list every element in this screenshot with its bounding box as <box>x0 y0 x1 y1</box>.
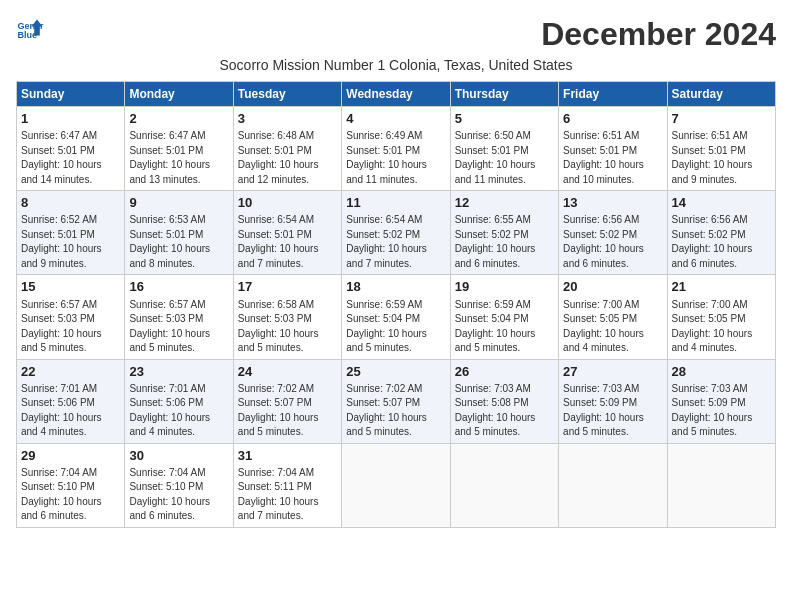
day-info: Sunrise: 7:04 AMSunset: 5:10 PMDaylight:… <box>129 466 228 524</box>
day-number: 27 <box>563 363 662 381</box>
day-info: Sunrise: 7:03 AMSunset: 5:09 PMDaylight:… <box>563 382 662 440</box>
day-info: Sunrise: 6:52 AMSunset: 5:01 PMDaylight:… <box>21 213 120 271</box>
day-number: 9 <box>129 194 228 212</box>
day-info: Sunrise: 6:50 AMSunset: 5:01 PMDaylight:… <box>455 129 554 187</box>
day-info: Sunrise: 6:47 AMSunset: 5:01 PMDaylight:… <box>21 129 120 187</box>
dow-saturday: Saturday <box>667 82 775 107</box>
calendar-cell: 18Sunrise: 6:59 AMSunset: 5:04 PMDayligh… <box>342 275 450 359</box>
day-number: 3 <box>238 110 337 128</box>
day-number: 17 <box>238 278 337 296</box>
day-number: 11 <box>346 194 445 212</box>
day-info: Sunrise: 7:00 AMSunset: 5:05 PMDaylight:… <box>563 298 662 356</box>
calendar-cell: 2Sunrise: 6:47 AMSunset: 5:01 PMDaylight… <box>125 107 233 191</box>
day-info: Sunrise: 7:03 AMSunset: 5:08 PMDaylight:… <box>455 382 554 440</box>
calendar-cell: 31Sunrise: 7:04 AMSunset: 5:11 PMDayligh… <box>233 443 341 527</box>
day-info: Sunrise: 6:59 AMSunset: 5:04 PMDaylight:… <box>455 298 554 356</box>
calendar-cell: 5Sunrise: 6:50 AMSunset: 5:01 PMDaylight… <box>450 107 558 191</box>
day-info: Sunrise: 6:56 AMSunset: 5:02 PMDaylight:… <box>672 213 771 271</box>
calendar-week-4: 22Sunrise: 7:01 AMSunset: 5:06 PMDayligh… <box>17 359 776 443</box>
calendar-cell: 22Sunrise: 7:01 AMSunset: 5:06 PMDayligh… <box>17 359 125 443</box>
day-info: Sunrise: 6:48 AMSunset: 5:01 PMDaylight:… <box>238 129 337 187</box>
day-info: Sunrise: 6:58 AMSunset: 5:03 PMDaylight:… <box>238 298 337 356</box>
day-number: 6 <box>563 110 662 128</box>
calendar-cell: 7Sunrise: 6:51 AMSunset: 5:01 PMDaylight… <box>667 107 775 191</box>
dow-sunday: Sunday <box>17 82 125 107</box>
calendar-cell: 15Sunrise: 6:57 AMSunset: 5:03 PMDayligh… <box>17 275 125 359</box>
calendar-cell: 13Sunrise: 6:56 AMSunset: 5:02 PMDayligh… <box>559 191 667 275</box>
calendar-cell: 6Sunrise: 6:51 AMSunset: 5:01 PMDaylight… <box>559 107 667 191</box>
dow-friday: Friday <box>559 82 667 107</box>
calendar-cell: 3Sunrise: 6:48 AMSunset: 5:01 PMDaylight… <box>233 107 341 191</box>
calendar-cell: 10Sunrise: 6:54 AMSunset: 5:01 PMDayligh… <box>233 191 341 275</box>
calendar-cell: 24Sunrise: 7:02 AMSunset: 5:07 PMDayligh… <box>233 359 341 443</box>
day-number: 5 <box>455 110 554 128</box>
day-info: Sunrise: 6:57 AMSunset: 5:03 PMDaylight:… <box>129 298 228 356</box>
day-number: 15 <box>21 278 120 296</box>
calendar-cell: 4Sunrise: 6:49 AMSunset: 5:01 PMDaylight… <box>342 107 450 191</box>
day-number: 31 <box>238 447 337 465</box>
calendar-cell: 29Sunrise: 7:04 AMSunset: 5:10 PMDayligh… <box>17 443 125 527</box>
day-info: Sunrise: 7:02 AMSunset: 5:07 PMDaylight:… <box>238 382 337 440</box>
day-number: 1 <box>21 110 120 128</box>
day-number: 25 <box>346 363 445 381</box>
day-info: Sunrise: 6:51 AMSunset: 5:01 PMDaylight:… <box>563 129 662 187</box>
days-of-week-header: SundayMondayTuesdayWednesdayThursdayFrid… <box>17 82 776 107</box>
calendar-cell: 26Sunrise: 7:03 AMSunset: 5:08 PMDayligh… <box>450 359 558 443</box>
calendar-cell <box>450 443 558 527</box>
calendar-week-3: 15Sunrise: 6:57 AMSunset: 5:03 PMDayligh… <box>17 275 776 359</box>
svg-text:Blue: Blue <box>17 30 37 40</box>
day-info: Sunrise: 6:54 AMSunset: 5:02 PMDaylight:… <box>346 213 445 271</box>
day-number: 29 <box>21 447 120 465</box>
calendar-cell: 14Sunrise: 6:56 AMSunset: 5:02 PMDayligh… <box>667 191 775 275</box>
calendar-cell: 16Sunrise: 6:57 AMSunset: 5:03 PMDayligh… <box>125 275 233 359</box>
day-number: 21 <box>672 278 771 296</box>
dow-monday: Monday <box>125 82 233 107</box>
calendar-cell: 1Sunrise: 6:47 AMSunset: 5:01 PMDaylight… <box>17 107 125 191</box>
day-number: 8 <box>21 194 120 212</box>
day-info: Sunrise: 7:00 AMSunset: 5:05 PMDaylight:… <box>672 298 771 356</box>
day-number: 18 <box>346 278 445 296</box>
day-number: 22 <box>21 363 120 381</box>
dow-tuesday: Tuesday <box>233 82 341 107</box>
calendar-cell: 9Sunrise: 6:53 AMSunset: 5:01 PMDaylight… <box>125 191 233 275</box>
calendar-cell <box>342 443 450 527</box>
calendar-subtitle: Socorro Mission Number 1 Colonia, Texas,… <box>16 57 776 73</box>
day-number: 12 <box>455 194 554 212</box>
day-info: Sunrise: 6:55 AMSunset: 5:02 PMDaylight:… <box>455 213 554 271</box>
calendar-cell <box>559 443 667 527</box>
day-number: 30 <box>129 447 228 465</box>
day-info: Sunrise: 6:56 AMSunset: 5:02 PMDaylight:… <box>563 213 662 271</box>
day-number: 23 <box>129 363 228 381</box>
day-number: 10 <box>238 194 337 212</box>
day-number: 28 <box>672 363 771 381</box>
day-info: Sunrise: 6:51 AMSunset: 5:01 PMDaylight:… <box>672 129 771 187</box>
day-number: 20 <box>563 278 662 296</box>
calendar-cell: 30Sunrise: 7:04 AMSunset: 5:10 PMDayligh… <box>125 443 233 527</box>
day-number: 7 <box>672 110 771 128</box>
calendar-week-2: 8Sunrise: 6:52 AMSunset: 5:01 PMDaylight… <box>17 191 776 275</box>
calendar-cell: 12Sunrise: 6:55 AMSunset: 5:02 PMDayligh… <box>450 191 558 275</box>
day-info: Sunrise: 6:57 AMSunset: 5:03 PMDaylight:… <box>21 298 120 356</box>
day-number: 19 <box>455 278 554 296</box>
calendar-cell: 20Sunrise: 7:00 AMSunset: 5:05 PMDayligh… <box>559 275 667 359</box>
calendar-cell: 8Sunrise: 6:52 AMSunset: 5:01 PMDaylight… <box>17 191 125 275</box>
day-info: Sunrise: 6:59 AMSunset: 5:04 PMDaylight:… <box>346 298 445 356</box>
day-info: Sunrise: 6:47 AMSunset: 5:01 PMDaylight:… <box>129 129 228 187</box>
day-info: Sunrise: 7:01 AMSunset: 5:06 PMDaylight:… <box>129 382 228 440</box>
calendar-cell: 27Sunrise: 7:03 AMSunset: 5:09 PMDayligh… <box>559 359 667 443</box>
logo: General Blue <box>16 16 46 44</box>
day-number: 14 <box>672 194 771 212</box>
day-info: Sunrise: 7:04 AMSunset: 5:10 PMDaylight:… <box>21 466 120 524</box>
day-number: 13 <box>563 194 662 212</box>
calendar-cell: 23Sunrise: 7:01 AMSunset: 5:06 PMDayligh… <box>125 359 233 443</box>
logo-icon: General Blue <box>16 16 44 44</box>
day-number: 4 <box>346 110 445 128</box>
day-info: Sunrise: 7:03 AMSunset: 5:09 PMDaylight:… <box>672 382 771 440</box>
day-info: Sunrise: 7:04 AMSunset: 5:11 PMDaylight:… <box>238 466 337 524</box>
calendar-cell: 17Sunrise: 6:58 AMSunset: 5:03 PMDayligh… <box>233 275 341 359</box>
calendar-body: 1Sunrise: 6:47 AMSunset: 5:01 PMDaylight… <box>17 107 776 528</box>
calendar-cell: 25Sunrise: 7:02 AMSunset: 5:07 PMDayligh… <box>342 359 450 443</box>
dow-thursday: Thursday <box>450 82 558 107</box>
day-info: Sunrise: 6:54 AMSunset: 5:01 PMDaylight:… <box>238 213 337 271</box>
calendar-table: SundayMondayTuesdayWednesdayThursdayFrid… <box>16 81 776 528</box>
